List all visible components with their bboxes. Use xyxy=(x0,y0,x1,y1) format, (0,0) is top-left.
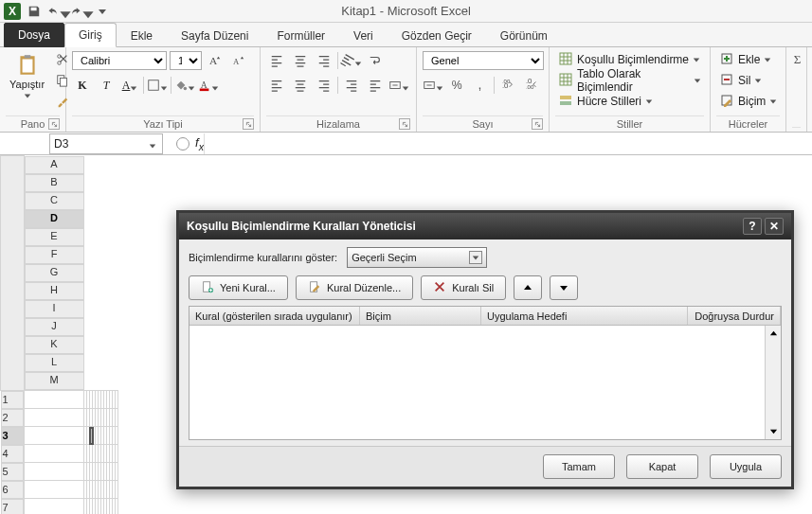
increase-decimal-button[interactable] xyxy=(497,76,518,95)
cell-M7[interactable] xyxy=(116,499,118,515)
row-header-6[interactable]: 6 xyxy=(1,481,24,499)
cell-M1[interactable] xyxy=(116,390,118,409)
number-format-combo[interactable]: Genel xyxy=(423,51,544,70)
fill-color-button[interactable] xyxy=(174,76,195,95)
number-launcher[interactable] xyxy=(532,118,543,130)
delete-rule-button[interactable]: Kuralı Sil xyxy=(421,275,506,300)
cell-M2[interactable] xyxy=(116,409,118,427)
rules-scrollbar[interactable] xyxy=(765,326,781,439)
tab-view[interactable]: Görünüm xyxy=(486,24,562,47)
shrink-font-button[interactable] xyxy=(228,51,249,70)
comma-button[interactable] xyxy=(470,76,491,95)
decrease-indent-button[interactable] xyxy=(341,76,362,95)
save-button[interactable] xyxy=(25,2,44,21)
row-header-3[interactable]: 3 xyxy=(1,427,24,445)
align-left-button[interactable] xyxy=(266,76,287,95)
tab-page-layout[interactable]: Sayfa Düzeni xyxy=(167,24,262,47)
col-header-B[interactable]: B xyxy=(25,174,84,192)
format-cells-button[interactable]: Biçim xyxy=(716,92,780,111)
rules-list[interactable]: Kural (gösterilen sırada uygulanır) Biçi… xyxy=(189,306,782,440)
cell-M3[interactable] xyxy=(116,427,118,445)
name-box[interactable]: D3 xyxy=(49,133,163,154)
orientation-button[interactable] xyxy=(341,51,362,70)
scroll-down-icon[interactable] xyxy=(766,423,781,439)
app-icon[interactable]: X xyxy=(4,3,21,20)
conditional-formatting-button[interactable]: Koşullu Biçimlendirme xyxy=(555,50,704,69)
font-launcher[interactable] xyxy=(243,118,254,130)
underline-button[interactable]: A xyxy=(119,76,140,95)
ok-button[interactable]: Tamam xyxy=(543,454,615,479)
formula-input[interactable] xyxy=(204,133,812,154)
col-header-F[interactable]: F xyxy=(25,246,84,264)
qat-customize[interactable] xyxy=(93,2,112,21)
col-header-H[interactable]: H xyxy=(25,282,84,300)
alignment-launcher[interactable] xyxy=(399,118,410,130)
fx-button[interactable]: fx xyxy=(195,135,204,152)
row-header-4[interactable]: 4 xyxy=(1,445,24,463)
tab-file[interactable]: Dosya xyxy=(4,23,64,47)
currency-button[interactable] xyxy=(423,76,443,95)
delete-cells-button[interactable]: Sil xyxy=(716,71,780,90)
cell-A2[interactable] xyxy=(24,409,84,427)
align-middle-button[interactable] xyxy=(290,51,311,70)
tab-review[interactable]: Gözden Geçir xyxy=(388,24,486,47)
clipboard-launcher[interactable] xyxy=(48,118,60,130)
merge-button[interactable] xyxy=(388,76,409,95)
tab-formulas[interactable]: Formüller xyxy=(262,24,339,47)
scroll-up-icon[interactable] xyxy=(766,326,781,342)
cell-A1[interactable] xyxy=(24,390,84,409)
col-header-K[interactable]: K xyxy=(25,336,84,354)
dialog-titlebar[interactable]: Koşullu Biçimlendirme Kuralları Yönetici… xyxy=(179,213,791,239)
font-family-combo[interactable]: Calibri xyxy=(72,51,167,70)
cell-M5[interactable] xyxy=(116,463,118,481)
tab-insert[interactable]: Ekle xyxy=(117,24,167,47)
row-header-5[interactable]: 5 xyxy=(1,463,24,481)
move-down-button[interactable] xyxy=(550,275,578,300)
cell-A7[interactable] xyxy=(24,499,84,515)
col-header-L[interactable]: L xyxy=(25,354,84,372)
close-button[interactable]: Kapat xyxy=(626,454,698,479)
cell-M6[interactable] xyxy=(116,481,118,499)
percent-button[interactable] xyxy=(446,76,467,95)
row-header-7[interactable]: 7 xyxy=(1,499,24,515)
new-rule-button[interactable]: Yeni Kural... xyxy=(189,275,288,300)
wrap-text-button[interactable] xyxy=(365,51,386,70)
redo-button[interactable] xyxy=(70,2,89,21)
font-color-button[interactable] xyxy=(198,76,219,95)
align-center-button[interactable] xyxy=(290,76,311,95)
autosum-button[interactable] xyxy=(792,50,805,69)
move-up-button[interactable] xyxy=(514,275,542,300)
select-all-corner[interactable] xyxy=(1,156,25,391)
col-header-M[interactable]: M xyxy=(25,372,84,390)
paste-button[interactable]: Yapıştır xyxy=(6,50,48,103)
dialog-close-button[interactable]: ✕ xyxy=(765,218,784,235)
col-header-G[interactable]: G xyxy=(25,264,84,282)
col-header-C[interactable]: C xyxy=(25,192,84,210)
dialog-help-button[interactable]: ? xyxy=(743,218,762,235)
edit-rule-button[interactable]: Kural Düzenle... xyxy=(296,275,413,300)
decrease-decimal-button[interactable] xyxy=(521,76,542,95)
borders-button[interactable] xyxy=(147,76,168,95)
font-size-combo[interactable]: 11 xyxy=(170,51,202,70)
cell-A3[interactable] xyxy=(24,427,84,445)
cell-A4[interactable] xyxy=(24,445,84,463)
cell-A5[interactable] xyxy=(24,463,84,481)
undo-button[interactable] xyxy=(47,2,66,21)
col-header-I[interactable]: I xyxy=(25,300,84,318)
bold-button[interactable]: K xyxy=(72,76,93,95)
grow-font-button[interactable] xyxy=(205,51,226,70)
cell-styles-button[interactable]: Hücre Stilleri xyxy=(555,92,704,111)
row-header-1[interactable]: 1 xyxy=(1,391,24,409)
tab-data[interactable]: Veri xyxy=(339,24,388,47)
col-header-A[interactable]: A xyxy=(25,156,84,174)
insert-cells-button[interactable]: Ekle xyxy=(716,50,780,69)
increase-indent-button[interactable] xyxy=(365,76,386,95)
align-top-button[interactable] xyxy=(266,51,287,70)
cell-A6[interactable] xyxy=(24,481,84,499)
apply-button[interactable]: Uygula xyxy=(710,454,782,479)
align-right-button[interactable] xyxy=(314,76,334,95)
col-header-E[interactable]: E xyxy=(25,228,84,246)
col-header-J[interactable]: J xyxy=(25,318,84,336)
col-header-D[interactable]: D xyxy=(25,210,84,228)
tab-home[interactable]: Giriş xyxy=(64,23,117,47)
